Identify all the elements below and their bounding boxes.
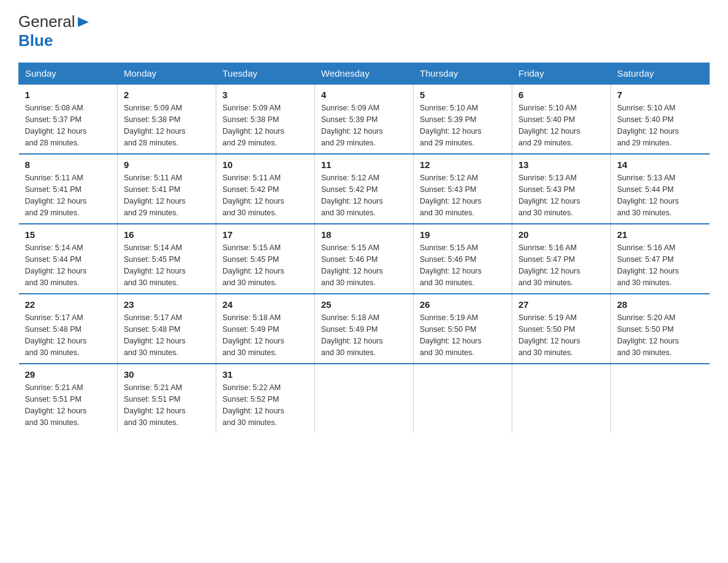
- logo-container: General Blue: [18, 12, 90, 50]
- day-info: Sunrise: 5:09 AM Sunset: 5:38 PM Dayligh…: [222, 102, 308, 148]
- day-info: Sunrise: 5:14 AM Sunset: 5:44 PM Dayligh…: [25, 242, 112, 288]
- day-info: Sunrise: 5:19 AM Sunset: 5:50 PM Dayligh…: [420, 312, 506, 358]
- calendar-cell: 20 Sunrise: 5:16 AM Sunset: 5:47 PM Dayl…: [512, 224, 611, 294]
- day-info: Sunrise: 5:09 AM Sunset: 5:39 PM Dayligh…: [321, 102, 407, 148]
- calendar-cell: 22 Sunrise: 5:17 AM Sunset: 5:48 PM Dayl…: [19, 294, 118, 364]
- week-row-2: 8 Sunrise: 5:11 AM Sunset: 5:41 PM Dayli…: [19, 154, 710, 224]
- day-number: 24: [222, 299, 308, 310]
- calendar-cell: 11 Sunrise: 5:12 AM Sunset: 5:42 PM Dayl…: [315, 154, 414, 224]
- day-number: 8: [25, 159, 112, 170]
- week-row-3: 15 Sunrise: 5:14 AM Sunset: 5:44 PM Dayl…: [19, 224, 710, 294]
- day-number: 28: [617, 299, 703, 310]
- svg-marker-0: [78, 17, 89, 27]
- header-saturday: Saturday: [611, 63, 710, 85]
- day-info: Sunrise: 5:19 AM Sunset: 5:50 PM Dayligh…: [518, 312, 604, 358]
- day-info: Sunrise: 5:18 AM Sunset: 5:49 PM Dayligh…: [321, 312, 407, 358]
- calendar-cell: 30 Sunrise: 5:21 AM Sunset: 5:51 PM Dayl…: [118, 364, 216, 433]
- calendar-cell: 4 Sunrise: 5:09 AM Sunset: 5:39 PM Dayli…: [315, 84, 414, 154]
- calendar-cell: 3 Sunrise: 5:09 AM Sunset: 5:38 PM Dayli…: [216, 84, 315, 154]
- day-number: 7: [617, 90, 703, 100]
- day-number: 20: [518, 229, 604, 240]
- calendar-cell: 17 Sunrise: 5:15 AM Sunset: 5:45 PM Dayl…: [216, 224, 315, 294]
- day-number: 4: [321, 90, 407, 100]
- calendar-cell: 8 Sunrise: 5:11 AM Sunset: 5:41 PM Dayli…: [19, 154, 118, 224]
- header-friday: Friday: [512, 63, 611, 85]
- day-number: 14: [617, 159, 703, 170]
- day-info: Sunrise: 5:17 AM Sunset: 5:48 PM Dayligh…: [124, 312, 210, 358]
- day-info: Sunrise: 5:18 AM Sunset: 5:49 PM Dayligh…: [222, 312, 308, 358]
- calendar-cell: 23 Sunrise: 5:17 AM Sunset: 5:48 PM Dayl…: [118, 294, 216, 364]
- day-info: Sunrise: 5:12 AM Sunset: 5:43 PM Dayligh…: [420, 172, 506, 218]
- day-number: 25: [321, 299, 407, 310]
- day-number: 30: [124, 369, 210, 380]
- calendar-cell: 31 Sunrise: 5:22 AM Sunset: 5:52 PM Dayl…: [216, 364, 315, 433]
- day-info: Sunrise: 5:09 AM Sunset: 5:38 PM Dayligh…: [124, 102, 210, 148]
- day-number: 12: [420, 159, 506, 170]
- calendar-cell: 19 Sunrise: 5:15 AM Sunset: 5:46 PM Dayl…: [414, 224, 512, 294]
- day-info: Sunrise: 5:21 AM Sunset: 5:51 PM Dayligh…: [124, 382, 210, 428]
- day-info: Sunrise: 5:11 AM Sunset: 5:42 PM Dayligh…: [222, 172, 308, 218]
- day-info: Sunrise: 5:16 AM Sunset: 5:47 PM Dayligh…: [617, 242, 703, 288]
- day-number: 17: [222, 229, 308, 240]
- page-header: General Blue: [18, 12, 710, 50]
- calendar-cell: [414, 364, 512, 433]
- calendar-cell: 15 Sunrise: 5:14 AM Sunset: 5:44 PM Dayl…: [19, 224, 118, 294]
- calendar-cell: 7 Sunrise: 5:10 AM Sunset: 5:40 PM Dayli…: [611, 84, 710, 154]
- calendar-cell: 9 Sunrise: 5:11 AM Sunset: 5:41 PM Dayli…: [118, 154, 216, 224]
- logo-general: General: [18, 12, 75, 31]
- day-number: 1: [25, 90, 112, 100]
- day-info: Sunrise: 5:10 AM Sunset: 5:40 PM Dayligh…: [518, 102, 604, 148]
- day-number: 13: [518, 159, 604, 170]
- calendar-cell: 26 Sunrise: 5:19 AM Sunset: 5:50 PM Dayl…: [414, 294, 512, 364]
- day-number: 19: [420, 229, 506, 240]
- day-info: Sunrise: 5:14 AM Sunset: 5:45 PM Dayligh…: [124, 242, 210, 288]
- calendar-header-row: SundayMondayTuesdayWednesdayThursdayFrid…: [19, 63, 710, 85]
- day-info: Sunrise: 5:22 AM Sunset: 5:52 PM Dayligh…: [222, 382, 308, 428]
- header-tuesday: Tuesday: [216, 63, 315, 85]
- day-number: 22: [25, 299, 112, 310]
- header-monday: Monday: [118, 63, 216, 85]
- week-row-1: 1 Sunrise: 5:08 AM Sunset: 5:37 PM Dayli…: [19, 84, 710, 154]
- day-info: Sunrise: 5:08 AM Sunset: 5:37 PM Dayligh…: [25, 102, 112, 148]
- logo-blue: Blue: [18, 31, 53, 50]
- calendar-cell: [315, 364, 414, 433]
- day-info: Sunrise: 5:16 AM Sunset: 5:47 PM Dayligh…: [518, 242, 604, 288]
- week-row-4: 22 Sunrise: 5:17 AM Sunset: 5:48 PM Dayl…: [19, 294, 710, 364]
- day-number: 21: [617, 229, 703, 240]
- calendar-cell: 24 Sunrise: 5:18 AM Sunset: 5:49 PM Dayl…: [216, 294, 315, 364]
- day-number: 10: [222, 159, 308, 170]
- day-number: 11: [321, 159, 407, 170]
- calendar-cell: 25 Sunrise: 5:18 AM Sunset: 5:49 PM Dayl…: [315, 294, 414, 364]
- calendar-cell: 29 Sunrise: 5:21 AM Sunset: 5:51 PM Dayl…: [19, 364, 118, 433]
- calendar-cell: 16 Sunrise: 5:14 AM Sunset: 5:45 PM Dayl…: [118, 224, 216, 294]
- day-info: Sunrise: 5:21 AM Sunset: 5:51 PM Dayligh…: [25, 382, 112, 428]
- day-info: Sunrise: 5:17 AM Sunset: 5:48 PM Dayligh…: [25, 312, 112, 358]
- day-number: 3: [222, 90, 308, 100]
- day-number: 27: [518, 299, 604, 310]
- day-number: 29: [25, 369, 112, 380]
- day-info: Sunrise: 5:13 AM Sunset: 5:43 PM Dayligh…: [518, 172, 604, 218]
- day-number: 2: [124, 90, 210, 100]
- day-number: 18: [321, 229, 407, 240]
- header-thursday: Thursday: [414, 63, 512, 85]
- calendar-cell: [611, 364, 710, 433]
- calendar-cell: 10 Sunrise: 5:11 AM Sunset: 5:42 PM Dayl…: [216, 154, 315, 224]
- logo-arrow-icon: [78, 16, 90, 28]
- day-info: Sunrise: 5:20 AM Sunset: 5:50 PM Dayligh…: [617, 312, 703, 358]
- day-info: Sunrise: 5:15 AM Sunset: 5:46 PM Dayligh…: [321, 242, 407, 288]
- day-info: Sunrise: 5:10 AM Sunset: 5:39 PM Dayligh…: [420, 102, 506, 148]
- day-info: Sunrise: 5:15 AM Sunset: 5:45 PM Dayligh…: [222, 242, 308, 288]
- day-number: 26: [420, 299, 506, 310]
- day-info: Sunrise: 5:13 AM Sunset: 5:44 PM Dayligh…: [617, 172, 703, 218]
- logo: General Blue: [18, 12, 90, 50]
- calendar-cell: 2 Sunrise: 5:09 AM Sunset: 5:38 PM Dayli…: [118, 84, 216, 154]
- day-number: 5: [420, 90, 506, 100]
- week-row-5: 29 Sunrise: 5:21 AM Sunset: 5:51 PM Dayl…: [19, 364, 710, 433]
- calendar-cell: 12 Sunrise: 5:12 AM Sunset: 5:43 PM Dayl…: [414, 154, 512, 224]
- calendar-cell: 5 Sunrise: 5:10 AM Sunset: 5:39 PM Dayli…: [414, 84, 512, 154]
- calendar-cell: 14 Sunrise: 5:13 AM Sunset: 5:44 PM Dayl…: [611, 154, 710, 224]
- calendar-cell: 28 Sunrise: 5:20 AM Sunset: 5:50 PM Dayl…: [611, 294, 710, 364]
- calendar-cell: 27 Sunrise: 5:19 AM Sunset: 5:50 PM Dayl…: [512, 294, 611, 364]
- header-sunday: Sunday: [19, 63, 118, 85]
- header-wednesday: Wednesday: [315, 63, 414, 85]
